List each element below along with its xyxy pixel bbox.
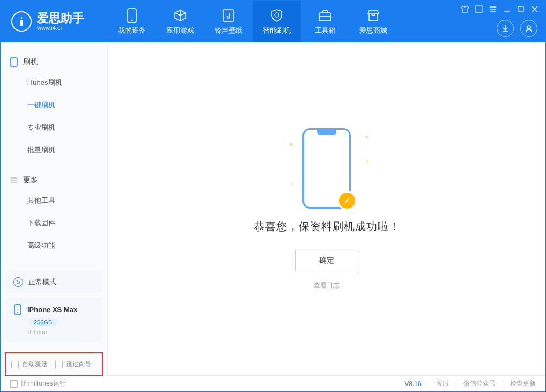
footer-wechat[interactable]: 微信公众号: [463, 379, 496, 388]
close-icon[interactable]: [530, 5, 539, 13]
device-name: iPhone XS Max: [27, 306, 77, 314]
minimize-icon[interactable]: [503, 5, 511, 13]
device-phone-icon: [13, 304, 22, 315]
view-log-link[interactable]: 查看日志: [314, 281, 340, 290]
menu-icon[interactable]: [489, 5, 497, 13]
sidebar-section-more: 更多: [1, 171, 107, 189]
nav-tab-ringtone-wallpaper[interactable]: 铃声壁纸: [204, 1, 253, 42]
phone-illustration: ✦ ✦ ✦ ✦ ✓: [302, 128, 351, 209]
sidebar-item-oneclick-flash[interactable]: 一键刷机: [1, 94, 107, 116]
download-icon[interactable]: [497, 20, 514, 37]
options-highlight-box: 自动激活 跳过向导: [5, 352, 103, 376]
skip-wizard-checkbox[interactable]: 跳过向导: [55, 360, 92, 369]
device-mode-box[interactable]: ↻ 正常模式: [6, 271, 102, 293]
svg-rect-5: [518, 6, 523, 12]
nav-label: 工具箱: [315, 26, 336, 35]
auto-activate-checkbox[interactable]: 自动激活: [11, 360, 48, 369]
nav-label: 应用游戏: [166, 26, 194, 35]
music-icon: [221, 8, 236, 23]
app-name: 爱思助手: [37, 12, 84, 25]
checkbox-label: 阻止iTunes运行: [21, 379, 66, 388]
cube-icon: [173, 8, 188, 23]
nav-tab-smart-flash[interactable]: 智能刷机: [253, 1, 301, 42]
sidebar-item-batch-flash[interactable]: 批量刷机: [1, 139, 107, 161]
checkbox-icon: [10, 380, 18, 388]
sidebar-item-itunes-flash[interactable]: iTunes刷机: [1, 71, 107, 94]
header-actions: [497, 20, 537, 37]
svg-rect-2: [223, 10, 234, 21]
user-icon[interactable]: [520, 20, 537, 37]
nav-label: 智能刷机: [263, 26, 291, 35]
nav-tab-toolbox[interactable]: 工具箱: [301, 1, 349, 42]
briefcase-icon: [318, 8, 333, 23]
svg-rect-7: [11, 58, 17, 66]
svg-point-9: [17, 312, 18, 313]
version-label[interactable]: V8.16: [404, 380, 421, 388]
ok-button[interactable]: 确定: [295, 250, 358, 271]
check-badge-icon: ✓: [337, 191, 357, 210]
nav-label: 我的设备: [118, 26, 146, 35]
device-type: iPhone: [28, 329, 94, 335]
phone-small-icon: [10, 57, 18, 67]
device-storage: 256GB: [28, 318, 57, 327]
block-itunes-checkbox[interactable]: 阻止iTunes运行: [10, 379, 66, 388]
phone-icon: [124, 8, 139, 23]
checkbox-icon: [11, 361, 19, 368]
nav-tab-store[interactable]: 爱思商城: [349, 1, 397, 42]
main-content: ✦ ✦ ✦ ✦ ✓ 恭喜您，保资料刷机成功啦！ 确定 查看日志: [108, 42, 545, 375]
sidebar: 刷机 iTunes刷机 一键刷机 专业刷机 批量刷机 更多 其他工具 下载固件 …: [1, 42, 108, 375]
app-domain: www.i4.cn: [37, 25, 84, 31]
app-header: 爱思助手 www.i4.cn 我的设备 应用游戏 铃声壁纸 智能刷机 工具箱 爱…: [1, 1, 545, 42]
section-label: 刷机: [23, 57, 38, 67]
sync-icon: ↻: [13, 277, 23, 287]
sidebar-item-download-firmware[interactable]: 下载固件: [1, 212, 107, 234]
svg-rect-3: [319, 13, 331, 21]
svg-rect-4: [476, 6, 482, 12]
svg-point-1: [131, 19, 133, 21]
checkbox-label: 跳过向导: [66, 360, 92, 369]
section-label: 更多: [23, 175, 38, 185]
nav-label: 铃声壁纸: [215, 26, 242, 35]
svg-point-6: [527, 26, 530, 29]
sidebar-item-other-tools[interactable]: 其他工具: [1, 189, 107, 212]
checkbox-icon: [55, 361, 63, 368]
shield-icon: [269, 8, 284, 23]
shirt-icon[interactable]: [461, 5, 469, 13]
sidebar-item-advanced[interactable]: 高级功能: [1, 234, 107, 257]
nav-label: 爱思商城: [359, 26, 387, 35]
mode-label: 正常模式: [28, 277, 56, 287]
feedback-icon[interactable]: [475, 5, 483, 13]
device-box[interactable]: iPhone XS Max 256GB iPhone: [6, 298, 102, 342]
maximize-icon[interactable]: [517, 5, 525, 13]
nav-tab-apps-games[interactable]: 应用游戏: [156, 1, 204, 42]
sidebar-section-flash: 刷机: [1, 53, 107, 71]
logo-area: 爱思助手 www.i4.cn: [1, 1, 108, 42]
store-icon: [366, 8, 381, 23]
app-logo-icon: [11, 11, 32, 32]
sidebar-item-pro-flash[interactable]: 专业刷机: [1, 116, 107, 139]
footer-check-update[interactable]: 检查更新: [510, 379, 536, 388]
footer-support[interactable]: 客服: [436, 379, 449, 388]
window-controls: [461, 5, 539, 13]
success-message: 恭喜您，保资料刷机成功啦！: [254, 219, 400, 234]
footer: 阻止iTunes运行 V8.16 | 客服 | 微信公众号 | 检查更新: [1, 375, 545, 391]
checkbox-label: 自动激活: [22, 360, 48, 369]
nav-tab-my-device[interactable]: 我的设备: [108, 1, 156, 42]
list-icon: [10, 176, 18, 184]
